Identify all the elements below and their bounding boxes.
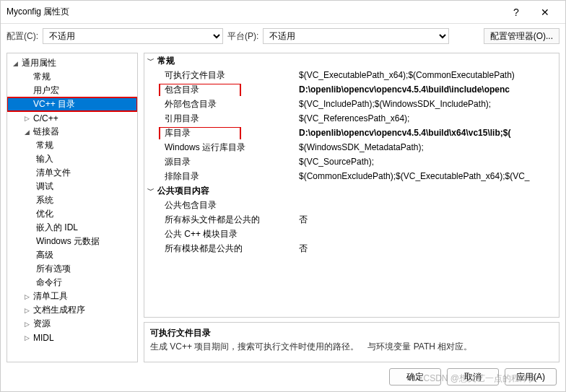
property-value[interactable]: $(VC_SourcePath);: [296, 157, 559, 167]
help-button[interactable]: ?: [502, 2, 531, 22]
tree-manifest-tool[interactable]: ▷清单工具: [7, 289, 137, 303]
group-public[interactable]: ﹀公共项目内容: [144, 183, 559, 198]
config-label: 配置(C):: [6, 30, 38, 43]
property-value[interactable]: 否: [296, 214, 559, 226]
tree-linker-winmd[interactable]: Windows 元数据: [7, 235, 137, 248]
chevron-right-icon: ▷: [25, 293, 33, 300]
platform-label: 平台(P):: [227, 30, 258, 43]
property-value[interactable]: $(VC_ReferencesPath_x64);: [296, 113, 559, 123]
tree-linker-manifest[interactable]: 清单文件: [7, 166, 137, 180]
property-row[interactable]: Windows 运行库目录$(WindowsSDK_MetadataPath);: [144, 140, 559, 154]
tree-root[interactable]: ◢通用属性: [7, 56, 137, 70]
property-row[interactable]: 公共包含目录: [144, 198, 559, 212]
config-select[interactable]: 不适用: [43, 28, 223, 44]
close-button[interactable]: ✕: [531, 2, 560, 22]
property-row[interactable]: 所有模块都是公共的否: [144, 241, 559, 256]
chevron-right-icon: ▷: [25, 334, 33, 341]
property-value[interactable]: $(WindowsSDK_MetadataPath);: [296, 142, 559, 152]
tree-linker-cmd[interactable]: 命令行: [7, 276, 137, 289]
chevron-down-icon: ◢: [25, 129, 33, 136]
property-label: 包含目录: [144, 84, 296, 96]
chevron-right-icon: ▷: [25, 115, 33, 122]
tree-linker-debug[interactable]: 调试: [7, 180, 137, 193]
description-panel: 可执行文件目录 生成 VC++ 项目期间，搜索可执行文件时使用的路径。 与环境变…: [144, 322, 560, 362]
property-value[interactable]: $(VC_IncludePath);$(WindowsSDK_IncludePa…: [296, 99, 559, 109]
apply-button[interactable]: 应用(A): [505, 368, 557, 386]
group-general[interactable]: ﹀常规: [144, 53, 559, 68]
ok-button[interactable]: 确定: [389, 368, 441, 386]
tree-general[interactable]: 常规: [7, 70, 137, 84]
property-label: 引用目录: [144, 113, 296, 125]
property-label: 所有标头文件都是公共的: [144, 214, 296, 226]
config-manager-button[interactable]: 配置管理器(O)...: [484, 28, 560, 44]
tree-linker-system[interactable]: 系统: [7, 193, 137, 207]
property-row[interactable]: 排除目录$(CommonExcludePath);$(VC_Executable…: [144, 169, 559, 183]
property-label: 可执行文件目录: [144, 69, 296, 82]
property-row[interactable]: 公共 C++ 模块目录: [144, 227, 559, 241]
tree-linker-idl[interactable]: 嵌入的 IDL: [7, 221, 137, 235]
collapse-icon[interactable]: ﹀: [144, 56, 157, 66]
tree-linker-all[interactable]: 所有选项: [7, 262, 137, 276]
tree-ccpp[interactable]: ▷C/C++: [7, 111, 137, 125]
property-tree[interactable]: ◢通用属性 常规 用户宏 VC++ 目录 ▷C/C++ ◢链接器 常规 输入 清…: [6, 53, 138, 362]
tree-linker[interactable]: ◢链接器: [7, 125, 137, 139]
description-title: 可执行文件目录: [150, 327, 553, 339]
property-value[interactable]: D:\openlib\opencv\opencv4.5.4\build\x64\…: [296, 128, 559, 138]
tree-linker-input[interactable]: 输入: [7, 152, 137, 166]
tree-midl[interactable]: ▷MIDL: [7, 331, 137, 344]
property-label: 库目录: [144, 127, 296, 139]
property-label: 公共包含目录: [144, 199, 296, 212]
tree-vcpp-dirs[interactable]: VC++ 目录: [7, 97, 137, 111]
description-body: 生成 VC++ 项目期间，搜索可执行文件时使用的路径。 与环境变量 PATH 相…: [150, 341, 553, 353]
platform-select[interactable]: 不适用: [263, 28, 449, 44]
property-grid[interactable]: ﹀常规 可执行文件目录$(VC_ExecutablePath_x64);$(Co…: [144, 53, 560, 318]
property-value[interactable]: 否: [296, 243, 559, 255]
tree-linker-adv[interactable]: 高级: [7, 248, 137, 262]
chevron-down-icon: ◢: [13, 60, 22, 67]
property-row[interactable]: 引用目录$(VC_ReferencesPath_x64);: [144, 111, 559, 126]
tree-docgen[interactable]: ▷文档生成程序: [7, 303, 137, 317]
property-value[interactable]: D:\openlib\opencv\opencv4.5.4\build\incl…: [296, 84, 559, 95]
property-label: 排除目录: [144, 170, 296, 183]
property-value[interactable]: $(VC_ExecutablePath_x64);$(CommonExecuta…: [296, 70, 559, 80]
property-row[interactable]: 库目录D:\openlib\opencv\opencv4.5.4\build\x…: [144, 126, 559, 140]
window-title: Myconfig 属性页: [6, 6, 502, 18]
tree-linker-opt[interactable]: 优化: [7, 207, 137, 221]
chevron-right-icon: ▷: [25, 321, 33, 328]
collapse-icon[interactable]: ﹀: [144, 186, 157, 196]
property-label: 源目录: [144, 156, 296, 168]
property-row[interactable]: 所有标头文件都是公共的否: [144, 212, 559, 227]
tree-linker-general[interactable]: 常规: [7, 139, 137, 152]
tree-usermacros[interactable]: 用户宏: [7, 84, 137, 97]
property-value[interactable]: $(CommonExcludePath);$(VC_ExecutablePath…: [296, 171, 559, 181]
chevron-right-icon: ▷: [25, 307, 33, 314]
tree-resources[interactable]: ▷资源: [7, 317, 137, 331]
property-row[interactable]: 源目录$(VC_SourcePath);: [144, 154, 559, 169]
property-label: 外部包含目录: [144, 98, 296, 110]
property-row[interactable]: 可执行文件目录$(VC_ExecutablePath_x64);$(Common…: [144, 68, 559, 82]
property-row[interactable]: 外部包含目录$(VC_IncludePath);$(WindowsSDK_Inc…: [144, 97, 559, 111]
property-label: 所有模块都是公共的: [144, 243, 296, 255]
property-label: 公共 C++ 模块目录: [144, 228, 296, 240]
property-row[interactable]: 包含目录D:\openlib\opencv\opencv4.5.4\build\…: [144, 82, 559, 97]
cancel-button[interactable]: 取消: [447, 368, 499, 386]
property-label: Windows 运行库目录: [144, 141, 296, 154]
